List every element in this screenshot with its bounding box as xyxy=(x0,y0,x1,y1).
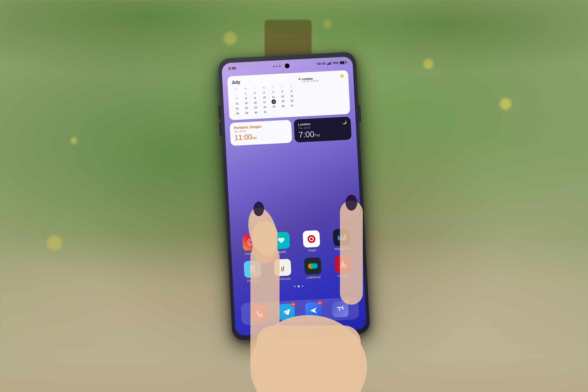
svg-point-4 xyxy=(253,202,264,216)
svg-point-6 xyxy=(346,195,357,210)
hand xyxy=(118,76,500,392)
svg-rect-5 xyxy=(340,200,363,305)
svg-rect-7 xyxy=(257,326,361,392)
bokeh-light xyxy=(70,137,77,144)
